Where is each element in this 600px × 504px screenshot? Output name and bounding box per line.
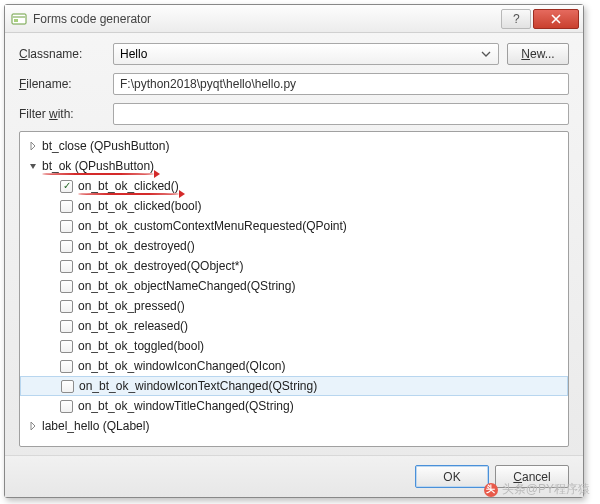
tree-row[interactable]: bt_ok (QPushButton) [20,156,568,176]
ok-button[interactable]: OK [415,465,489,488]
checkbox[interactable] [60,300,73,313]
tree-row[interactable]: on_bt_ok_destroyed() [20,236,568,256]
checkbox[interactable] [60,280,73,293]
expander-closed-icon[interactable] [26,139,40,153]
tree-item-label: on_bt_ok_windowIconChanged(QIcon) [78,359,285,373]
watermark-logo-icon: 头 [484,483,498,497]
tree-item-label: on_bt_ok_destroyed() [78,239,195,253]
tree-item-label: on_bt_ok_windowTitleChanged(QString) [78,399,294,413]
tree-row[interactable]: on_bt_ok_toggled(bool) [20,336,568,356]
filter-input[interactable] [113,103,569,125]
tree-row[interactable]: on_bt_ok_released() [20,316,568,336]
watermark-text: 头条@PY程序猿 [502,481,590,498]
help-button[interactable]: ? [501,9,531,29]
filename-row: Filename: F:\python2018\pyqt\hello\hello… [19,73,569,95]
new-button[interactable]: New... [507,43,569,65]
checkbox[interactable] [60,320,73,333]
watermark: 头 头条@PY程序猿 [484,481,590,498]
tree-item-label: bt_ok (QPushButton) [42,159,154,173]
checkbox[interactable] [61,380,74,393]
classname-value: Hello [120,47,147,61]
expander-open-icon[interactable] [26,159,40,173]
tree-view[interactable]: bt_close (QPushButton)bt_ok (QPushButton… [19,131,569,447]
checkbox[interactable] [60,240,73,253]
chevron-down-icon [478,46,494,62]
tree-row[interactable]: on_bt_ok_customContextMenuRequested(QPoi… [20,216,568,236]
tree-item-label: on_bt_ok_destroyed(QObject*) [78,259,243,273]
tree-row[interactable]: label_hello (QLabel) [20,416,568,436]
checkbox[interactable] [60,340,73,353]
tree-item-label: label_hello (QLabel) [42,419,149,433]
tree-item-label: on_bt_ok_clicked() [78,179,179,193]
tree-item-label: on_bt_ok_objectNameChanged(QString) [78,279,295,293]
dialog-window: Forms code generator ? Classname: Hello … [4,4,584,498]
tree-item-label: on_bt_ok_toggled(bool) [78,339,204,353]
checkbox[interactable] [60,260,73,273]
tree-row[interactable]: bt_close (QPushButton) [20,136,568,156]
filename-input[interactable]: F:\python2018\pyqt\hello\hello.py [113,73,569,95]
expander-closed-icon[interactable] [26,419,40,433]
tree-row[interactable]: on_bt_ok_windowIconChanged(QIcon) [20,356,568,376]
tree-row[interactable]: on_bt_ok_clicked() [20,176,568,196]
tree-row[interactable]: on_bt_ok_clicked(bool) [20,196,568,216]
titlebar: Forms code generator ? [5,5,583,33]
form-area: Classname: Hello New... Filename: F:\pyt… [5,33,583,131]
window-title: Forms code generator [33,12,499,26]
tree-row[interactable]: on_bt_ok_destroyed(QObject*) [20,256,568,276]
checkbox[interactable] [60,360,73,373]
tree-row[interactable]: on_bt_ok_pressed() [20,296,568,316]
filename-value: F:\python2018\pyqt\hello\hello.py [120,77,296,91]
checkbox[interactable] [60,180,73,193]
tree-row[interactable]: on_bt_ok_objectNameChanged(QString) [20,276,568,296]
window-buttons: ? [499,9,579,29]
classname-combo[interactable]: Hello [113,43,499,65]
classname-label: Classname: [19,47,105,61]
tree-item-label: on_bt_ok_customContextMenuRequested(QPoi… [78,219,347,233]
classname-row: Classname: Hello New... [19,43,569,65]
tree-item-label: on_bt_ok_pressed() [78,299,185,313]
checkbox[interactable] [60,220,73,233]
svg-rect-1 [14,19,18,22]
filter-row: Filter with: [19,103,569,125]
tree-row[interactable]: on_bt_ok_windowTitleChanged(QString) [20,396,568,416]
tree-item-label: on_bt_ok_clicked(bool) [78,199,201,213]
checkbox[interactable] [60,200,73,213]
svg-text:?: ? [513,13,520,25]
tree-item-label: bt_close (QPushButton) [42,139,169,153]
app-icon [11,11,27,27]
checkbox[interactable] [60,400,73,413]
tree-row[interactable]: on_bt_ok_windowIconTextChanged(QString) [20,376,568,396]
tree-item-label: on_bt_ok_released() [78,319,188,333]
filter-label: Filter with: [19,107,105,121]
tree-item-label: on_bt_ok_windowIconTextChanged(QString) [79,379,317,393]
filename-label: Filename: [19,77,105,91]
tree-root: bt_close (QPushButton)bt_ok (QPushButton… [20,132,568,440]
close-button[interactable] [533,9,579,29]
